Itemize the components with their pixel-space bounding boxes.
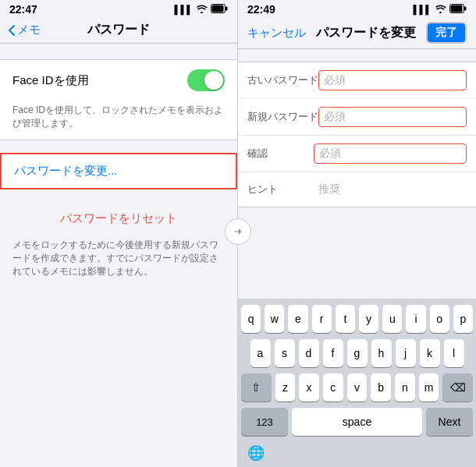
key-l[interactable]: l	[444, 339, 464, 367]
nav-bar-right: キャンセル パスワードを変更 完了	[238, 17, 476, 49]
svg-rect-5	[464, 7, 467, 11]
keyboard-row-2: a s d f g h j k l	[241, 339, 473, 367]
change-password-label: パスワードを変更...	[14, 164, 118, 177]
face-id-desc: Face IDを使用して、ロックされたメモを表示および管理します。	[0, 101, 237, 140]
key-x[interactable]: x	[299, 373, 319, 402]
old-password-label: 古いパスワード	[247, 73, 318, 87]
face-id-row[interactable]: Face IDを使用	[0, 60, 237, 101]
done-button[interactable]: 完了	[426, 22, 467, 44]
num-key[interactable]: 123	[241, 408, 288, 436]
key-z[interactable]: z	[275, 373, 296, 402]
reset-password-desc: メモをロックするために今後使用する新規パスワードを作成できます。すでにパスワード…	[0, 232, 237, 285]
back-button[interactable]: メモ	[8, 23, 41, 37]
svg-rect-2	[226, 7, 228, 11]
right-panel: 22:49 ▌▌▌ キャンセル パスワードを変更 完了 古いパスワード 必須	[238, 0, 476, 467]
signal-icon-right: ▌▌▌	[414, 5, 432, 14]
form-section: 古いパスワード 必須 新規パスワード 必須 確認 必須 ヒント 推奨	[238, 62, 476, 207]
confirm-password-row: 確認 必須	[238, 136, 476, 172]
key-p[interactable]: p	[453, 305, 473, 333]
time-left: 22:47	[9, 3, 37, 16]
new-password-label: 新規パスワード	[247, 110, 318, 124]
key-o[interactable]: o	[430, 305, 449, 333]
key-s[interactable]: s	[275, 339, 295, 367]
key-b[interactable]: b	[371, 373, 391, 402]
back-label: メモ	[17, 23, 41, 37]
confirm-input[interactable]: 必須	[314, 143, 467, 164]
hint-input[interactable]: 推奨	[314, 180, 467, 199]
key-t[interactable]: t	[336, 305, 355, 333]
status-icons-left: ▌▌▌	[175, 4, 228, 15]
shift-key[interactable]: ⇧	[241, 373, 272, 402]
key-w[interactable]: w	[265, 305, 284, 333]
time-right: 22:49	[247, 3, 275, 16]
wifi-icon-left	[196, 4, 208, 15]
nav-bar-left: メモ パスワード	[0, 17, 237, 44]
keyboard-bottom-bar: 🌐	[241, 440, 473, 464]
status-icons-right: ▌▌▌	[414, 4, 467, 15]
old-password-input[interactable]: 必須	[318, 70, 467, 90]
key-f[interactable]: f	[323, 339, 343, 367]
key-d[interactable]: d	[299, 339, 319, 367]
new-password-input[interactable]: 必須	[318, 107, 467, 127]
hint-row: ヒント 推奨	[238, 172, 476, 207]
key-q[interactable]: q	[241, 305, 261, 333]
keyboard-row-3: ⇧ z x c v b n m ⌫	[241, 373, 473, 402]
key-r[interactable]: r	[312, 305, 332, 333]
svg-rect-4	[451, 5, 463, 12]
key-m[interactable]: m	[419, 373, 439, 402]
next-key[interactable]: Next	[426, 408, 473, 436]
key-v[interactable]: v	[347, 373, 368, 402]
keyboard[interactable]: q w e r t y u i o p a s d f g h j k l	[238, 299, 476, 467]
status-bar-left: 22:47 ▌▌▌	[0, 0, 237, 17]
battery-icon-right	[449, 4, 467, 15]
cancel-button[interactable]: キャンセル	[247, 26, 306, 41]
face-id-toggle[interactable]	[187, 69, 225, 91]
arrow-divider	[225, 218, 251, 245]
reset-password-button[interactable]: パスワードをリセット	[60, 205, 177, 232]
key-k[interactable]: k	[420, 339, 440, 367]
left-panel: 22:47 ▌▌▌ メモ パスワード Face IDを使用	[0, 0, 238, 467]
battery-icon-left	[211, 4, 228, 15]
delete-key[interactable]: ⌫	[442, 373, 473, 402]
key-j[interactable]: j	[396, 339, 416, 367]
face-id-label: Face IDを使用	[12, 73, 89, 88]
status-bar-right: 22:49 ▌▌▌	[238, 0, 476, 17]
wifi-icon-right	[435, 4, 446, 15]
key-i[interactable]: i	[406, 305, 425, 333]
key-h[interactable]: h	[371, 339, 392, 367]
key-c[interactable]: c	[323, 373, 343, 402]
globe-icon[interactable]: 🌐	[247, 444, 265, 462]
spacer	[238, 207, 476, 299]
signal-icon-left: ▌▌▌	[175, 5, 193, 14]
nav-title-right: パスワードを変更	[316, 25, 416, 41]
key-y[interactable]: y	[359, 305, 378, 333]
key-a[interactable]: a	[250, 339, 271, 367]
face-id-section: Face IDを使用 Face IDを使用して、ロックされたメモを表示および管理…	[0, 59, 237, 140]
svg-rect-1	[212, 5, 224, 12]
key-u[interactable]: u	[382, 305, 402, 333]
key-g[interactable]: g	[347, 339, 368, 367]
keyboard-row-bottom: 123 space Next	[241, 408, 473, 436]
nav-title-left: パスワード	[87, 22, 150, 38]
space-key[interactable]: space	[292, 408, 422, 436]
hint-label: ヒント	[247, 182, 314, 196]
key-e[interactable]: e	[288, 305, 307, 333]
change-password-row[interactable]: パスワードを変更...	[2, 154, 236, 188]
new-password-row: 新規パスワード 必須	[238, 99, 476, 136]
keyboard-row-1: q w e r t y u i o p	[241, 305, 473, 333]
reset-section: パスワードをリセット メモをロックするために今後使用する新規パスワードを作成でき…	[0, 205, 237, 285]
key-n[interactable]: n	[395, 373, 415, 402]
old-password-row: 古いパスワード 必須	[238, 62, 476, 99]
change-password-box[interactable]: パスワードを変更...	[0, 153, 237, 189]
confirm-label: 確認	[247, 147, 314, 161]
